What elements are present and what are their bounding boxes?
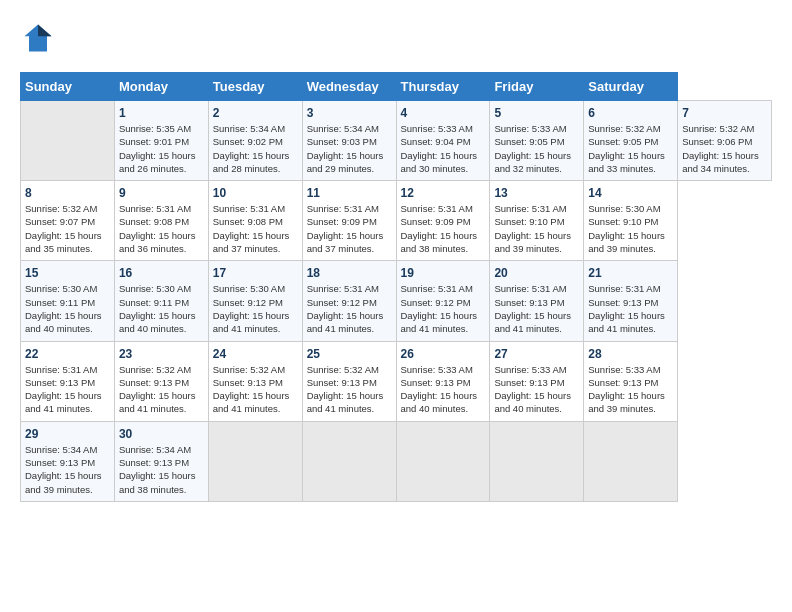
calendar-cell: 15 Sunrise: 5:30 AMSunset: 9:11 PMDaylig… [21,261,115,341]
calendar-cell: 29 Sunrise: 5:34 AMSunset: 9:13 PMDaylig… [21,421,115,501]
day-info: Sunrise: 5:34 AMSunset: 9:13 PMDaylight:… [119,444,196,495]
day-number: 18 [307,266,392,280]
calendar-cell: 17 Sunrise: 5:30 AMSunset: 9:12 PMDaylig… [208,261,302,341]
day-header-thursday: Thursday [396,73,490,101]
calendar-cell: 27 Sunrise: 5:33 AMSunset: 9:13 PMDaylig… [490,341,584,421]
day-header-wednesday: Wednesday [302,73,396,101]
day-number: 25 [307,347,392,361]
day-info: Sunrise: 5:30 AMSunset: 9:10 PMDaylight:… [588,203,665,254]
day-number: 2 [213,106,298,120]
calendar-cell: 26 Sunrise: 5:33 AMSunset: 9:13 PMDaylig… [396,341,490,421]
day-number: 26 [401,347,486,361]
svg-marker-1 [38,25,52,37]
calendar-table: SundayMondayTuesdayWednesdayThursdayFrid… [20,72,772,502]
calendar-cell: 20 Sunrise: 5:31 AMSunset: 9:13 PMDaylig… [490,261,584,341]
page-header [20,20,772,56]
day-info: Sunrise: 5:30 AMSunset: 9:11 PMDaylight:… [119,283,196,334]
calendar-cell: 11 Sunrise: 5:31 AMSunset: 9:09 PMDaylig… [302,181,396,261]
day-header-sunday: Sunday [21,73,115,101]
day-number: 27 [494,347,579,361]
day-info: Sunrise: 5:31 AMSunset: 9:12 PMDaylight:… [401,283,478,334]
calendar-cell: 30 Sunrise: 5:34 AMSunset: 9:13 PMDaylig… [114,421,208,501]
day-info: Sunrise: 5:35 AMSunset: 9:01 PMDaylight:… [119,123,196,174]
day-info: Sunrise: 5:30 AMSunset: 9:11 PMDaylight:… [25,283,102,334]
day-number: 20 [494,266,579,280]
day-info: Sunrise: 5:31 AMSunset: 9:09 PMDaylight:… [401,203,478,254]
day-header-saturday: Saturday [584,73,678,101]
calendar-cell: 1 Sunrise: 5:35 AMSunset: 9:01 PMDayligh… [114,101,208,181]
day-info: Sunrise: 5:34 AMSunset: 9:03 PMDaylight:… [307,123,384,174]
calendar-week-row: 1 Sunrise: 5:35 AMSunset: 9:01 PMDayligh… [21,101,772,181]
calendar-cell [396,421,490,501]
day-number: 28 [588,347,673,361]
calendar-cell [584,421,678,501]
day-header-monday: Monday [114,73,208,101]
calendar-week-row: 8 Sunrise: 5:32 AMSunset: 9:07 PMDayligh… [21,181,772,261]
day-number: 4 [401,106,486,120]
day-number: 6 [588,106,673,120]
day-info: Sunrise: 5:33 AMSunset: 9:13 PMDaylight:… [494,364,571,415]
day-info: Sunrise: 5:32 AMSunset: 9:13 PMDaylight:… [307,364,384,415]
day-info: Sunrise: 5:31 AMSunset: 9:13 PMDaylight:… [494,283,571,334]
day-info: Sunrise: 5:31 AMSunset: 9:12 PMDaylight:… [307,283,384,334]
logo-icon [20,20,56,56]
day-number: 15 [25,266,110,280]
day-number: 22 [25,347,110,361]
day-info: Sunrise: 5:32 AMSunset: 9:13 PMDaylight:… [213,364,290,415]
calendar-cell: 6 Sunrise: 5:32 AMSunset: 9:05 PMDayligh… [584,101,678,181]
day-number: 29 [25,427,110,441]
calendar-cell: 23 Sunrise: 5:32 AMSunset: 9:13 PMDaylig… [114,341,208,421]
day-info: Sunrise: 5:33 AMSunset: 9:13 PMDaylight:… [588,364,665,415]
day-info: Sunrise: 5:31 AMSunset: 9:08 PMDaylight:… [213,203,290,254]
day-info: Sunrise: 5:33 AMSunset: 9:13 PMDaylight:… [401,364,478,415]
calendar-cell: 19 Sunrise: 5:31 AMSunset: 9:12 PMDaylig… [396,261,490,341]
day-info: Sunrise: 5:33 AMSunset: 9:04 PMDaylight:… [401,123,478,174]
calendar-cell: 2 Sunrise: 5:34 AMSunset: 9:02 PMDayligh… [208,101,302,181]
day-number: 9 [119,186,204,200]
day-number: 7 [682,106,767,120]
day-number: 11 [307,186,392,200]
day-number: 23 [119,347,204,361]
calendar-week-row: 29 Sunrise: 5:34 AMSunset: 9:13 PMDaylig… [21,421,772,501]
calendar-cell: 4 Sunrise: 5:33 AMSunset: 9:04 PMDayligh… [396,101,490,181]
calendar-week-row: 15 Sunrise: 5:30 AMSunset: 9:11 PMDaylig… [21,261,772,341]
day-number: 8 [25,186,110,200]
calendar-cell: 3 Sunrise: 5:34 AMSunset: 9:03 PMDayligh… [302,101,396,181]
calendar-cell: 25 Sunrise: 5:32 AMSunset: 9:13 PMDaylig… [302,341,396,421]
day-info: Sunrise: 5:32 AMSunset: 9:06 PMDaylight:… [682,123,759,174]
calendar-cell: 5 Sunrise: 5:33 AMSunset: 9:05 PMDayligh… [490,101,584,181]
logo [20,20,62,56]
day-info: Sunrise: 5:31 AMSunset: 9:09 PMDaylight:… [307,203,384,254]
day-info: Sunrise: 5:31 AMSunset: 9:10 PMDaylight:… [494,203,571,254]
calendar-cell: 7 Sunrise: 5:32 AMSunset: 9:06 PMDayligh… [678,101,772,181]
calendar-cell: 14 Sunrise: 5:30 AMSunset: 9:10 PMDaylig… [584,181,678,261]
day-number: 24 [213,347,298,361]
calendar-cell: 12 Sunrise: 5:31 AMSunset: 9:09 PMDaylig… [396,181,490,261]
calendar-cell: 18 Sunrise: 5:31 AMSunset: 9:12 PMDaylig… [302,261,396,341]
day-info: Sunrise: 5:32 AMSunset: 9:13 PMDaylight:… [119,364,196,415]
day-number: 16 [119,266,204,280]
day-number: 17 [213,266,298,280]
day-number: 19 [401,266,486,280]
day-info: Sunrise: 5:31 AMSunset: 9:08 PMDaylight:… [119,203,196,254]
day-info: Sunrise: 5:34 AMSunset: 9:13 PMDaylight:… [25,444,102,495]
calendar-cell: 9 Sunrise: 5:31 AMSunset: 9:08 PMDayligh… [114,181,208,261]
day-number: 10 [213,186,298,200]
day-header-tuesday: Tuesday [208,73,302,101]
day-info: Sunrise: 5:33 AMSunset: 9:05 PMDaylight:… [494,123,571,174]
day-info: Sunrise: 5:31 AMSunset: 9:13 PMDaylight:… [25,364,102,415]
day-info: Sunrise: 5:34 AMSunset: 9:02 PMDaylight:… [213,123,290,174]
day-info: Sunrise: 5:31 AMSunset: 9:13 PMDaylight:… [588,283,665,334]
day-info: Sunrise: 5:30 AMSunset: 9:12 PMDaylight:… [213,283,290,334]
day-header-friday: Friday [490,73,584,101]
calendar-header-row: SundayMondayTuesdayWednesdayThursdayFrid… [21,73,772,101]
day-number: 13 [494,186,579,200]
calendar-cell: 13 Sunrise: 5:31 AMSunset: 9:10 PMDaylig… [490,181,584,261]
day-number: 12 [401,186,486,200]
calendar-cell: 8 Sunrise: 5:32 AMSunset: 9:07 PMDayligh… [21,181,115,261]
day-number: 30 [119,427,204,441]
calendar-cell: 24 Sunrise: 5:32 AMSunset: 9:13 PMDaylig… [208,341,302,421]
day-number: 5 [494,106,579,120]
calendar-week-row: 22 Sunrise: 5:31 AMSunset: 9:13 PMDaylig… [21,341,772,421]
calendar-cell [302,421,396,501]
